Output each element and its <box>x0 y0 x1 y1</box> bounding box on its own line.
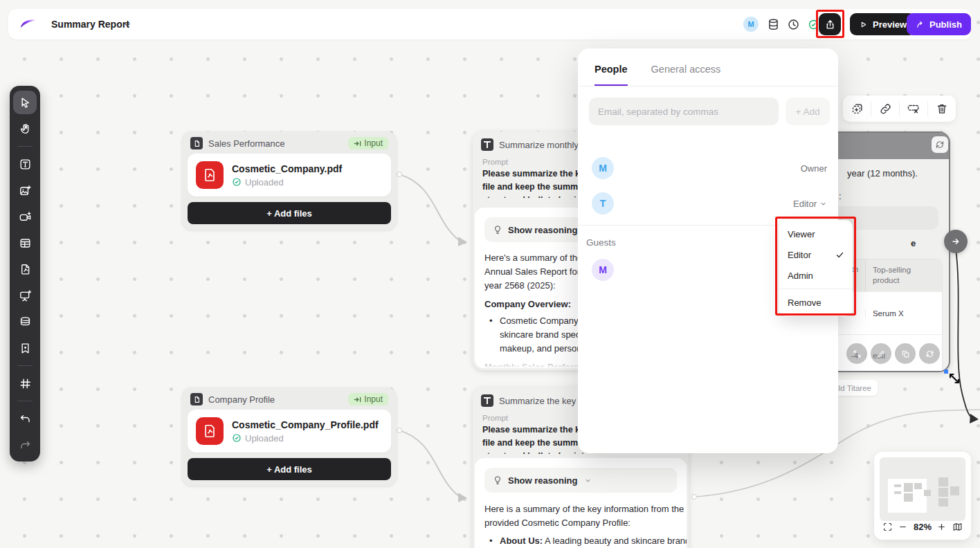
remove-frame-button[interactable] <box>900 95 927 122</box>
zoom-in-icon[interactable] <box>937 522 946 531</box>
zoom-out-icon[interactable] <box>898 522 907 531</box>
selection-toolbar <box>843 95 956 122</box>
file-status: Uploaded <box>245 433 284 444</box>
publish-button[interactable]: Publish <box>907 13 971 35</box>
text-tool-button[interactable] <box>13 152 37 176</box>
add-files-button[interactable]: + Add files <box>188 458 391 480</box>
play-icon <box>859 20 868 29</box>
file-card[interactable]: Cosmetic_Company_Profile.pdf Uploaded <box>188 410 391 453</box>
minimap-canvas[interactable] <box>880 457 965 521</box>
node-company-profile[interactable]: Company Profile Input Cosmetic_Company_P… <box>182 387 397 486</box>
app-logo-icon[interactable] <box>19 18 37 30</box>
expand-icon <box>853 349 862 358</box>
chevron-down-icon <box>584 477 592 484</box>
guests-label: Guests <box>586 237 616 248</box>
text-node-icon <box>481 138 493 151</box>
redo-icon <box>19 439 32 452</box>
undo-icon <box>19 412 32 426</box>
video-tool-button[interactable] <box>13 205 37 228</box>
refresh-icon <box>925 349 934 358</box>
duplicate-icon <box>851 102 864 116</box>
document-title[interactable]: Summary Report <box>51 19 129 30</box>
expand-right-button[interactable] <box>944 230 968 253</box>
node-sales-performance[interactable]: Sales Performance Input Cosmetic_Company… <box>182 131 397 230</box>
remove-frame-icon <box>907 102 920 116</box>
image-tool-button[interactable] <box>13 179 37 202</box>
hand-tool-button[interactable] <box>13 117 37 140</box>
left-toolbar <box>10 86 40 462</box>
rnode-text-fragment: e <box>911 238 916 248</box>
text-icon <box>19 158 32 171</box>
bookmark-tool-button[interactable] <box>13 336 37 360</box>
publish-arrow-icon <box>916 19 925 29</box>
guest-avatar: M <box>592 259 614 281</box>
file-status: Uploaded <box>245 177 284 188</box>
member-row: T Editor <box>592 192 827 214</box>
whiteboard-icon <box>19 289 32 302</box>
member-avatar: T <box>592 192 614 214</box>
file-name: Cosmetic_Company_Profile.pdf <box>232 419 379 430</box>
preview-button[interactable]: Preview <box>850 13 916 35</box>
image-icon <box>19 184 32 197</box>
refresh-icon <box>935 140 945 149</box>
edit-node-button[interactable] <box>871 343 891 364</box>
cursor-icon <box>19 96 32 109</box>
pdf-tool-button[interactable] <box>13 257 37 281</box>
delete-button[interactable] <box>928 95 956 122</box>
hand-icon <box>19 122 32 136</box>
layers-stack-icon <box>19 316 32 329</box>
table-col-header: Top-selling product <box>865 259 942 291</box>
stack-tool-button[interactable] <box>13 310 37 334</box>
member-row: M Owner <box>592 157 827 179</box>
title-chevron-down-icon[interactable] <box>123 21 131 29</box>
regenerate-button[interactable] <box>932 136 948 153</box>
summary-text-line: provided Cosmetic Company Profile: <box>484 516 677 530</box>
email-input[interactable] <box>589 98 779 125</box>
history-clock-icon[interactable] <box>787 18 800 31</box>
bulb-icon <box>493 475 502 485</box>
undo-button[interactable] <box>13 407 37 430</box>
zoom-level[interactable]: 82% <box>914 522 932 532</box>
copy-node-button[interactable] <box>895 343 916 364</box>
node-output-card: Show reasoning Here is a summary of the … <box>475 458 687 548</box>
tab-general-access[interactable]: General access <box>651 64 721 86</box>
input-arrow-icon <box>354 396 361 403</box>
file-name: Cosmetic_Company.pdf <box>232 163 342 174</box>
duplicate-button[interactable] <box>843 95 871 122</box>
map-toggle-icon[interactable] <box>952 522 963 532</box>
pdf-file-icon <box>196 161 224 189</box>
redo-button[interactable] <box>13 433 37 457</box>
member-role-dropdown[interactable]: Editor <box>793 199 827 209</box>
summary-bullet: About Us: A leading beauty and skincare … <box>484 534 677 548</box>
frame-grid-icon <box>19 377 32 390</box>
frame-tool-button[interactable] <box>13 372 37 395</box>
copy-link-button[interactable] <box>871 95 899 122</box>
add-files-button[interactable]: + Add files <box>188 202 391 224</box>
node-title: Company Profile <box>208 394 343 405</box>
member-role: Owner <box>801 163 827 174</box>
text-node-icon <box>481 394 493 407</box>
user-avatar[interactable]: M <box>743 17 759 32</box>
database-icon[interactable] <box>767 18 780 31</box>
tab-people[interactable]: People <box>595 64 628 86</box>
input-badge: Input <box>348 137 388 149</box>
trash-icon <box>936 102 948 115</box>
summary-text-line: Here is a summary of the key information… <box>484 502 677 516</box>
expand-node-button[interactable] <box>846 343 867 364</box>
show-reasoning-toggle[interactable]: Show reasoning <box>484 468 677 493</box>
add-member-button[interactable]: + Add <box>786 98 830 125</box>
table-tool-button[interactable] <box>13 231 37 255</box>
fit-view-icon[interactable] <box>882 522 893 532</box>
board-tool-button[interactable] <box>13 284 37 307</box>
file-card[interactable]: Cosmetic_Company.pdf Uploaded <box>188 154 391 197</box>
rnode-text-fragment: year (12 months). <box>847 168 918 179</box>
input-arrow-icon <box>354 140 361 147</box>
table-cell: Serum X <box>865 309 942 318</box>
select-tool-button[interactable] <box>13 91 37 114</box>
toolbar-divider <box>17 401 33 401</box>
uploaded-check-icon <box>232 433 242 443</box>
pdf-file-icon <box>196 417 224 445</box>
minimap-panel: 82% <box>874 452 971 540</box>
pdf-node-icon <box>190 137 203 149</box>
regenerate-node-button[interactable] <box>919 343 940 364</box>
